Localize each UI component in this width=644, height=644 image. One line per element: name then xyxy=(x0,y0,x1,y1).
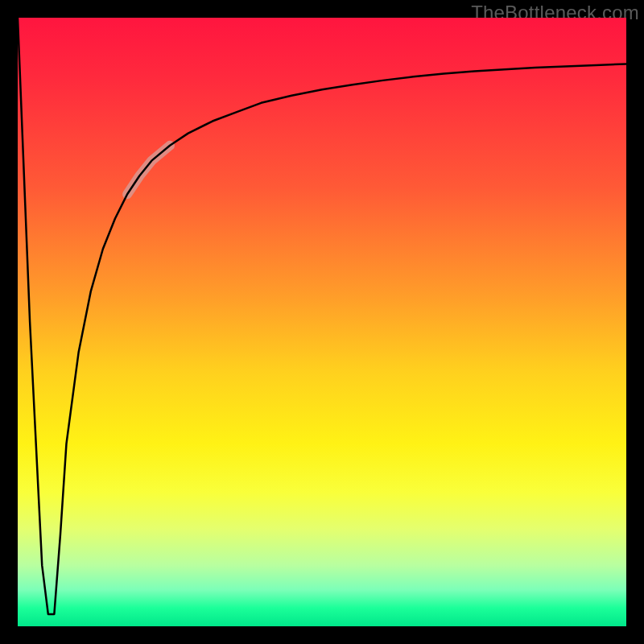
highlight-overlay xyxy=(127,146,170,194)
highlight-segment xyxy=(127,146,170,194)
curve-svg xyxy=(18,18,626,626)
bottleneck-curve xyxy=(18,18,626,614)
chart-container: TheBottleneck.com xyxy=(0,0,644,644)
plot-area xyxy=(18,18,626,626)
